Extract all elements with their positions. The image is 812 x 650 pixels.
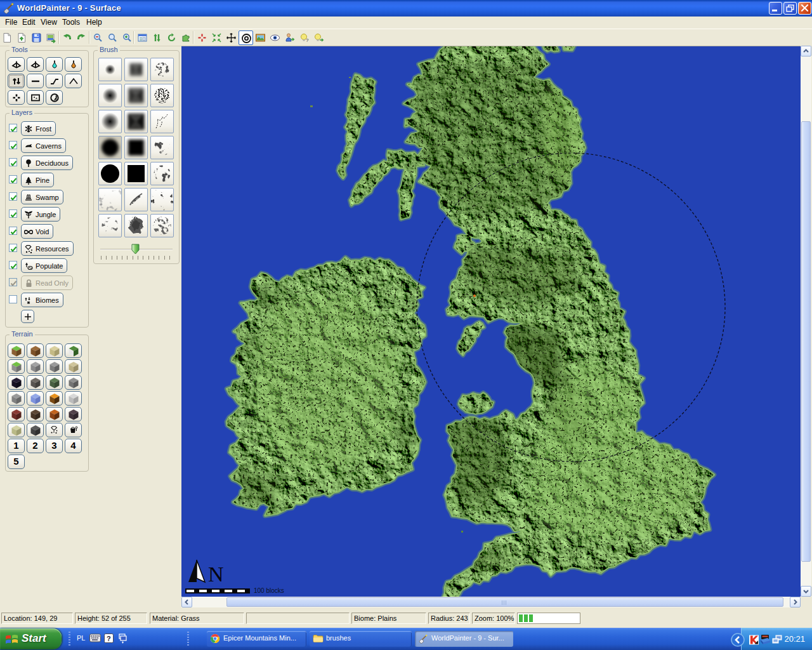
- svg-text:?: ?: [306, 37, 309, 43]
- svg-text:100 blocks: 100 blocks: [254, 587, 284, 594]
- svg-text:N: N: [208, 562, 224, 586]
- svg-text:?: ?: [107, 635, 111, 642]
